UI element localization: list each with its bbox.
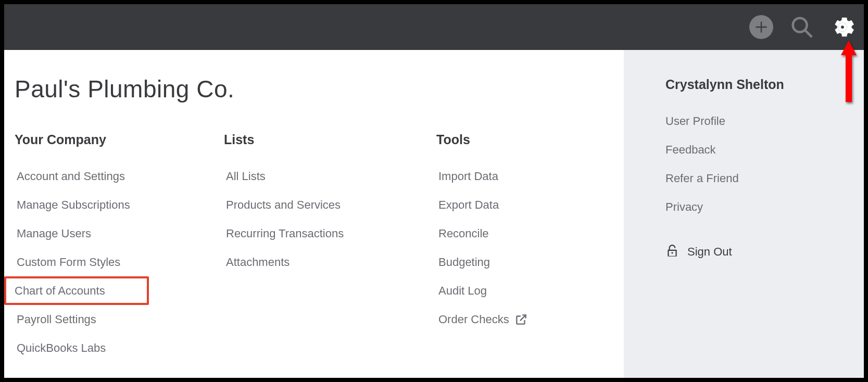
- menu-payroll-settings[interactable]: Payroll Settings: [15, 305, 224, 334]
- new-button[interactable]: [748, 14, 774, 40]
- menu-user-profile[interactable]: User Profile: [665, 107, 864, 135]
- company-title: Paul's Plumbing Co.: [15, 75, 624, 103]
- sign-out-button[interactable]: Sign Out: [665, 243, 864, 261]
- menu-order-checks[interactable]: Order Checks: [436, 305, 624, 334]
- menu-label: Order Checks: [438, 314, 509, 325]
- menu-custom-form-styles[interactable]: Custom Form Styles: [15, 248, 224, 276]
- menu-chart-of-accounts[interactable]: Chart of Accounts: [4, 276, 149, 305]
- menu-all-lists[interactable]: All Lists: [224, 162, 436, 190]
- settings-button[interactable]: [829, 14, 856, 40]
- user-panel: Crystalynn Shelton User Profile Feedback…: [624, 50, 864, 378]
- lock-icon: [665, 243, 679, 261]
- column-tools: Tools Import Data Export Data Reconcile …: [436, 132, 624, 362]
- menu-privacy[interactable]: Privacy: [665, 193, 864, 221]
- column-heading-your-company: Your Company: [15, 132, 224, 147]
- plus-icon: [749, 15, 773, 39]
- sign-out-label: Sign Out: [687, 245, 732, 259]
- svg-line-1: [805, 30, 812, 37]
- settings-menu: Paul's Plumbing Co. Your Company Account…: [4, 50, 624, 378]
- menu-attachments[interactable]: Attachments: [224, 248, 436, 276]
- menu-import-data[interactable]: Import Data: [436, 162, 624, 190]
- search-button[interactable]: [789, 14, 815, 40]
- menu-feedback[interactable]: Feedback: [665, 135, 864, 164]
- external-link-icon: [514, 313, 528, 326]
- user-name: Crystalynn Shelton: [665, 77, 864, 92]
- menu-quickbooks-labs[interactable]: QuickBooks Labs: [15, 334, 224, 362]
- gear-icon: [831, 15, 854, 39]
- menu-refer-a-friend[interactable]: Refer a Friend: [665, 164, 864, 193]
- column-your-company: Your Company Account and Settings Manage…: [15, 132, 224, 362]
- menu-audit-log[interactable]: Audit Log: [436, 276, 624, 305]
- column-heading-lists: Lists: [224, 132, 436, 147]
- search-icon: [790, 15, 814, 39]
- menu-recurring-transactions[interactable]: Recurring Transactions: [224, 219, 436, 248]
- menu-export-data[interactable]: Export Data: [436, 190, 624, 219]
- menu-manage-users[interactable]: Manage Users: [15, 219, 224, 248]
- svg-point-0: [793, 18, 807, 32]
- menu-account-and-settings[interactable]: Account and Settings: [15, 162, 224, 190]
- menu-products-and-services[interactable]: Products and Services: [224, 190, 436, 219]
- top-bar: [4, 4, 864, 50]
- column-heading-tools: Tools: [436, 132, 624, 147]
- menu-budgeting[interactable]: Budgeting: [436, 248, 624, 276]
- column-lists: Lists All Lists Products and Services Re…: [224, 132, 436, 362]
- menu-manage-subscriptions[interactable]: Manage Subscriptions: [15, 190, 224, 219]
- menu-reconcile[interactable]: Reconcile: [436, 219, 624, 248]
